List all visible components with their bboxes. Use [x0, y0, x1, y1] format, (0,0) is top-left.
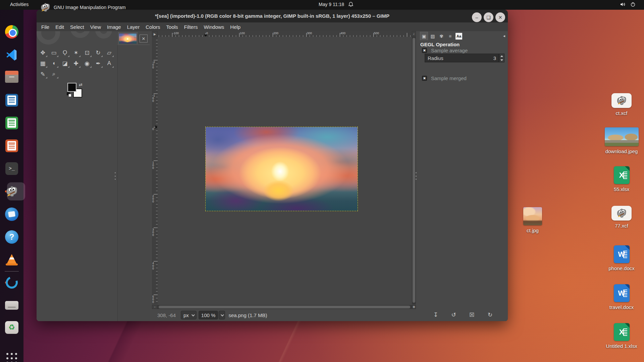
unit-select[interactable]: px	[181, 311, 197, 319]
tab-tool-options-icon[interactable]: ▣	[420, 32, 428, 40]
desktop-icon-phone-docx[interactable]: W phone.docx	[603, 245, 640, 271]
word-file-icon: W	[614, 245, 630, 263]
crop-tool[interactable]: ⊡	[82, 47, 93, 58]
eraser-tool[interactable]: ◪	[59, 58, 70, 69]
desktop-icon-ct-jpg[interactable]: ct.jpg	[514, 207, 551, 233]
minimize-button[interactable]: –	[472, 12, 482, 22]
dock-software-updater-icon[interactable]	[4, 275, 19, 290]
desktop-icon-download-jpeg[interactable]: download.jpeg	[603, 127, 640, 154]
handle-transform-tool[interactable]: ▱	[104, 47, 115, 58]
menu-file[interactable]: File	[38, 23, 52, 31]
radius-slider[interactable]: Radius 3	[425, 54, 499, 62]
image-tab[interactable]	[118, 32, 138, 44]
desktop-icon-55-xlsx[interactable]: X 55.xlsx	[603, 166, 640, 192]
excel-file-icon: X	[614, 323, 630, 341]
default-colors-icon[interactable]	[67, 92, 71, 97]
checkbox-checked-icon[interactable]: ✖	[422, 76, 427, 81]
toolbox-resize-handle[interactable]	[114, 172, 116, 180]
unified-transform-tool[interactable]: ↻	[93, 47, 104, 58]
dock-impress-icon[interactable]	[4, 138, 19, 153]
vertical-scrollbar[interactable]	[412, 37, 416, 304]
dock-chrome-icon[interactable]	[4, 24, 19, 39]
menu-select[interactable]: Select	[67, 23, 87, 31]
dock-vlc-icon[interactable]	[4, 252, 19, 267]
canvas-image[interactable]	[206, 127, 358, 211]
zoom-tool[interactable]: ⌕	[48, 69, 59, 79]
dock-help-icon[interactable]: ?	[4, 230, 19, 244]
foreground-color-swatch[interactable]	[67, 83, 76, 92]
close-image-icon[interactable]: ✕	[140, 35, 148, 43]
desktop-icon-travel-docx[interactable]: W travel.docx	[603, 284, 640, 310]
menu-colors[interactable]: Colors	[143, 23, 163, 31]
smudge-tool[interactable]: ◉	[82, 58, 93, 69]
text-tool[interactable]: A	[104, 58, 115, 69]
heal-tool[interactable]: ✚	[70, 58, 82, 69]
fuzzy-select-tool[interactable]: ✶	[70, 47, 82, 58]
horizontal-ruler[interactable]: -100 0 100 200 300 400 500	[158, 31, 412, 37]
dock-gimp-icon[interactable]	[4, 184, 19, 199]
activities-button[interactable]: Activities	[8, 2, 31, 7]
desktop-icon-ct-xcf[interactable]: ct.xcf	[603, 93, 640, 116]
app-grid-button[interactable]	[4, 351, 19, 362]
dock-terminal-icon[interactable]: >_	[4, 161, 19, 176]
dock-thunderbird-icon[interactable]	[4, 207, 19, 222]
move-tool[interactable]: ✥	[37, 47, 48, 58]
tab-gradients-icon[interactable]: ≡	[446, 32, 454, 40]
radius-value: 3	[493, 55, 499, 61]
rectangle-select-tool[interactable]: ▭	[48, 47, 59, 58]
radius-spinner[interactable]	[499, 54, 504, 62]
tab-patterns-icon[interactable]: ▨	[429, 32, 437, 40]
mypaint-brush-tool[interactable]: ◖	[48, 58, 59, 69]
gradient-tool[interactable]: ▦	[37, 58, 48, 69]
menu-filters[interactable]: Filters	[181, 23, 201, 31]
free-select-tool[interactable]: Ϙ	[59, 47, 70, 58]
menubar: File Edit Select View Image Layer Colors…	[37, 22, 508, 31]
close-button[interactable]: ✕	[495, 12, 505, 22]
menu-tools[interactable]: Tools	[163, 23, 181, 31]
ruler-corner-menu-button[interactable]: ▶	[152, 31, 158, 37]
dock-calc-icon[interactable]	[4, 116, 19, 130]
navigation-button[interactable]: ✥	[412, 305, 416, 309]
desktop-icon-untitled-xlsx[interactable]: X Untitled 1.xlsx	[603, 323, 640, 349]
sample-average-row[interactable]: ✖ Sample average	[422, 48, 468, 53]
zoom-follow-window-button[interactable]: ⌕	[412, 31, 416, 37]
vertical-scrollbar-thumb[interactable]	[413, 38, 415, 303]
horizontal-scrollbar-thumb[interactable]	[159, 306, 410, 308]
canvas-viewport[interactable]	[158, 37, 412, 304]
horizontal-scrollbar[interactable]	[158, 305, 412, 309]
zoom-select[interactable]	[219, 311, 225, 319]
clock-menu[interactable]: May 9 11:18	[319, 2, 354, 7]
restore-options-button[interactable]: ↺	[451, 311, 456, 318]
system-status-area[interactable]	[620, 2, 636, 7]
dock-trash-icon[interactable]: ♻	[4, 320, 19, 335]
checkbox-checked-icon[interactable]: ✖	[422, 48, 427, 53]
tab-brushes-icon[interactable]: ✾	[437, 32, 445, 40]
sample-merged-row[interactable]: ✖ Sample merged	[422, 75, 467, 81]
vertical-ruler[interactable]: -200 -100 0 100 200 300 400 500	[152, 37, 158, 304]
dock-disks-icon[interactable]	[4, 298, 19, 313]
zoom-entry[interactable]: 100 %	[199, 311, 218, 319]
quick-mask-button[interactable]: ▫	[152, 305, 158, 309]
dock-writer-icon[interactable]	[4, 93, 19, 108]
menu-help[interactable]: Help	[227, 23, 244, 31]
dock-menu-icon[interactable]: ◂	[503, 34, 505, 38]
save-options-button[interactable]: ↧	[433, 311, 438, 318]
dock-resize-handle[interactable]	[415, 172, 417, 180]
dock-files-icon[interactable]	[4, 70, 19, 85]
paths-tool[interactable]: ✒	[93, 58, 104, 69]
menu-layer[interactable]: Layer	[124, 23, 143, 31]
desktop-icon-label: 55.xlsx	[614, 186, 630, 192]
menu-image[interactable]: Image	[104, 23, 124, 31]
tab-fonts-icon[interactable]: Aa	[455, 32, 463, 40]
delete-options-button[interactable]: ☒	[469, 311, 474, 318]
menu-view[interactable]: View	[87, 23, 104, 31]
dock-vscode-icon[interactable]	[4, 47, 19, 62]
swap-colors-icon[interactable]: ⇄	[79, 82, 83, 87]
color-picker-tool[interactable]: ✎	[37, 69, 48, 79]
menu-edit[interactable]: Edit	[52, 23, 67, 31]
app-menu[interactable]: GNU Image Manipulation Program	[40, 2, 126, 13]
menu-windows[interactable]: Windows	[201, 23, 227, 31]
maximize-button[interactable]: ❏	[484, 12, 493, 22]
reset-options-button[interactable]: ↻	[488, 311, 492, 318]
desktop-icon-77-xcf[interactable]: 77.xcf	[603, 206, 640, 229]
